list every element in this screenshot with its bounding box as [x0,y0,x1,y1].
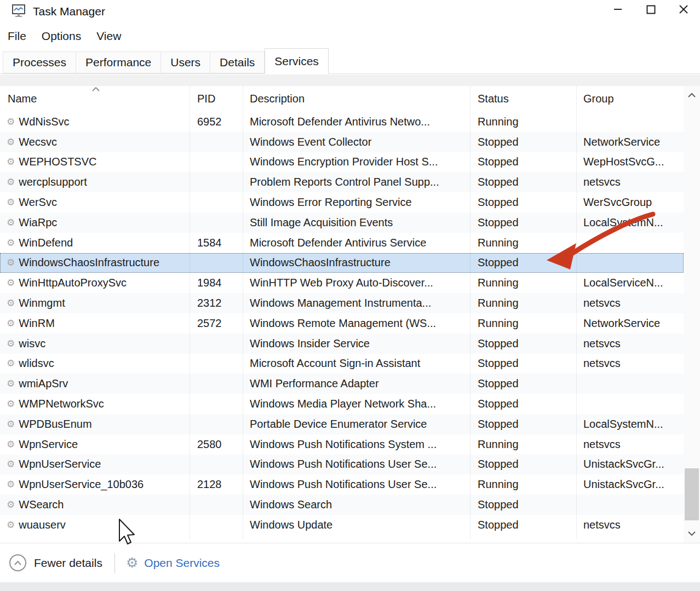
service-description: Windows Encryption Provider Host S... [243,156,470,168]
service-name: WpnService [19,438,78,451]
service-description: Windows Search [243,498,470,511]
service-gear-icon: ⚙ [7,157,15,167]
service-pid: 1984 [190,277,243,289]
column-header-pid[interactable]: PID [190,93,243,105]
service-gear-icon: ⚙ [7,137,15,147]
scrollbar-thumb[interactable] [685,468,699,520]
service-name: WinRM [19,317,55,330]
table-row[interactable]: ⚙ WiaRpc Still Image Acquisition Events … [0,213,684,233]
service-gear-icon: ⚙ [7,299,15,308]
table-row[interactable]: ⚙ wuauserv Windows Update Stopped netsvc… [0,515,684,535]
service-name: Wecsvc [19,136,57,148]
task-manager-window: Task Manager File Options View Processes… [0,0,700,591]
fewer-details-label[interactable]: Fewer details [34,556,102,570]
service-gear-icon: ⚙ [7,440,15,449]
table-row[interactable]: ⚙ wmiApSrv WMI Performance Adapter Stopp… [0,374,684,394]
service-description: WinHTTP Web Proxy Auto-Discover... [243,277,470,289]
table-row[interactable]: ⚙ WSearch Windows Search Stopped [0,495,684,515]
column-header-group[interactable]: Group [576,93,684,105]
scroll-down-button[interactable] [684,525,700,542]
service-pid: 6952 [190,116,243,128]
service-name: WSearch [19,498,64,511]
service-name: WPDBusEnum [19,418,91,431]
service-name-cell: ⚙ WPDBusEnum [0,418,190,431]
maximize-button[interactable] [634,0,667,19]
tab-performance[interactable]: Performance [76,51,160,73]
service-gear-icon: ⚙ [7,258,15,267]
close-button[interactable] [667,0,700,19]
fewer-details-button[interactable] [9,554,26,571]
table-row[interactable]: ⚙ WinRM 2572 Windows Remote Management (… [0,313,684,334]
column-header-name[interactable]: Name [0,93,190,105]
service-status: Stopped [470,498,576,511]
service-group: LocalSystemN... [576,418,684,431]
service-gear-icon: ⚙ [7,359,15,368]
tab-details[interactable]: Details [210,51,265,73]
service-description: Windows Push Notifications System ... [243,438,470,451]
service-status: Running [470,237,576,249]
service-name: WpnUserService_10b036 [19,478,144,491]
service-gear-icon: ⚙ [7,177,15,187]
service-name: wmiApSrv [19,377,68,390]
tab-processes[interactable]: Processes [3,51,76,73]
service-description: Windows Update [243,519,470,531]
table-row[interactable]: ⚙ WEPHOSTSVC Windows Encryption Provider… [0,152,684,173]
table-row[interactable]: ⚙ wercplsupport Problem Reports Control … [0,172,684,192]
service-name-cell: ⚙ WSearch [0,498,190,511]
service-gear-icon: ⚙ [7,117,15,127]
service-name: WinDefend [19,237,73,249]
scroll-up-button[interactable] [684,87,700,104]
chevron-up-icon [687,93,696,98]
service-gear-icon: ⚙ [7,379,15,388]
service-status: Running [470,116,576,128]
service-status: Running [470,478,576,491]
table-row[interactable]: ⚙ WpnUserService_10b036 2128 Windows Pus… [0,474,684,495]
service-description: Windows Remote Management (WS... [243,317,470,330]
menu-file[interactable]: File [8,27,34,45]
table-row[interactable]: ⚙ Winmgmt 2312 Windows Management Instru… [0,293,684,313]
service-description: Windows Media Player Network Sha... [243,398,470,410]
service-status: Running [470,297,576,309]
service-name-cell: ⚙ wlidsvc [0,357,190,370]
table-row[interactable]: ⚙ WindowsChaosInfrastructure WindowsChao… [0,253,684,273]
service-name-cell: ⚙ WpnUserService [0,458,190,470]
tab-services[interactable]: Services [265,48,329,74]
column-header-status[interactable]: Status [470,93,576,105]
menu-options[interactable]: Options [34,27,89,45]
tab-users[interactable]: Users [160,51,210,73]
table-row[interactable]: ⚙ WdNisSvc 6952 Microsoft Defender Antiv… [0,112,684,132]
service-gear-icon: ⚙ [7,399,15,409]
service-name: wlidsvc [19,357,54,370]
table-row[interactable]: ⚙ wlidsvc Microsoft Account Sign-in Assi… [0,354,684,374]
vertical-scrollbar[interactable] [684,86,700,543]
open-services-link[interactable]: Open Services [144,556,220,570]
service-pid: 1584 [190,237,243,249]
service-gear-icon: ⚙ [7,319,15,328]
services-table: Name PID Description Status Group ⚙ WdNi… [0,86,700,543]
footer-bar: Fewer details ⚙ Open Services [0,543,700,582]
service-description: Windows Push Notifications User Se... [243,458,470,470]
tab-bar: Processes Performance Users Details Serv… [0,48,700,74]
service-gear-icon: ⚙ [7,238,15,248]
table-row[interactable]: ⚙ WMPNetworkSvc Windows Media Player Net… [0,394,684,414]
service-description: Windows Management Instrumenta... [243,297,470,309]
minimize-button[interactable] [601,0,634,19]
table-row[interactable]: ⚙ WPDBusEnum Portable Device Enumerator … [0,414,684,434]
service-group: UnistackSvcGr... [576,478,684,491]
table-row[interactable]: ⚙ WinHttpAutoProxySvc 1984 WinHTTP Web P… [0,273,684,293]
service-name-cell: ⚙ WinRM [0,317,190,330]
service-status: Running [470,277,576,289]
column-header-description[interactable]: Description [243,93,470,105]
table-row[interactable]: ⚙ wisvc Windows Insider Service Stopped … [0,334,684,354]
table-row[interactable]: ⚙ WpnUserService Windows Push Notificati… [0,455,684,475]
service-name-cell: ⚙ Wecsvc [0,136,190,148]
table-row[interactable]: ⚙ WinDefend 1584 Microsoft Defender Anti… [0,233,684,253]
table-row[interactable]: ⚙ WerSvc Windows Error Reporting Service… [0,192,684,213]
sort-ascending-icon [91,87,101,92]
table-row[interactable]: ⚙ Wecsvc Windows Event Collector Stopped… [0,132,684,152]
menu-view[interactable]: View [89,27,129,45]
table-row[interactable]: ⚙ WpnService 2580 Windows Push Notificat… [0,434,684,455]
service-name-cell: ⚙ WpnService [0,438,190,451]
service-group: netsvcs [576,337,684,350]
tab-content-gap [0,74,700,86]
